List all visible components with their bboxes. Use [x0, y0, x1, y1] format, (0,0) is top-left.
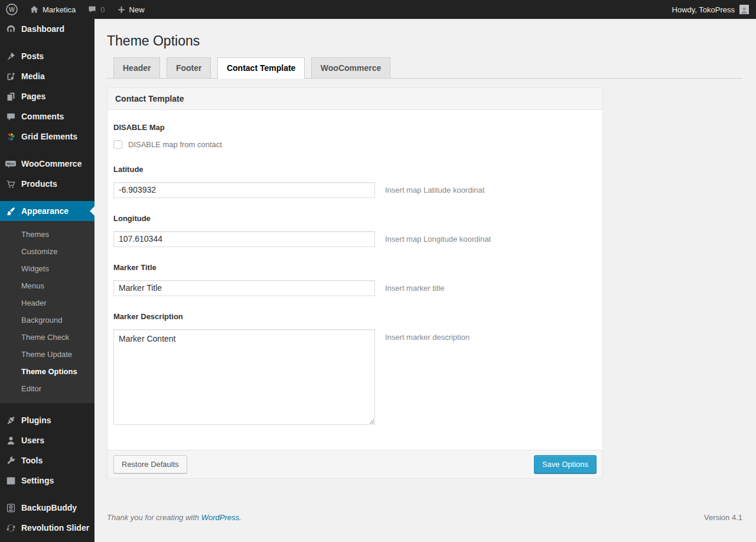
sidebar-item-label: Plugins: [21, 416, 51, 425]
theme-options-tabs: Header Footer Contact Template WooCommer…: [107, 57, 742, 79]
submenu-item-theme-update[interactable]: Theme Update: [0, 346, 94, 363]
backupbuddy-icon: [5, 502, 17, 514]
disable-map-checkbox-label: DISABLE map from contact: [128, 140, 222, 149]
sidebar-item-label: Appearance: [21, 206, 69, 216]
wordpress-logo-icon: W: [6, 4, 18, 15]
disable-map-field: DISABLE Map DISABLE map from contact: [113, 123, 597, 149]
latitude-hint: Insert map Latitude koordinat: [385, 182, 484, 194]
admin-sidebar: Dashboard Posts Media Pages Comments: [0, 19, 94, 542]
longitude-hint: Insert map Longitude koordinat: [385, 231, 491, 244]
refresh-arrows-icon: [5, 522, 17, 534]
marker-title-label: Marker Title: [113, 263, 597, 272]
sidebar-item-label: Users: [21, 436, 44, 445]
tab-footer[interactable]: Footer: [167, 57, 211, 78]
sidebar-item-label: BackupBuddy: [21, 503, 77, 512]
sidebar-item-label: Revolution Slider: [21, 523, 89, 533]
avatar[interactable]: [739, 5, 749, 14]
submenu-item-menus[interactable]: Menus: [0, 277, 94, 294]
sidebar-item-pages[interactable]: Pages: [0, 86, 94, 106]
dashboard-icon: [5, 23, 17, 35]
sidebar-item-label: Comments: [21, 112, 64, 121]
sidebar-item-appearance[interactable]: Appearance: [0, 201, 94, 221]
woocommerce-badge-icon: Woo: [5, 158, 17, 170]
page-title: Theme Options: [107, 19, 742, 57]
submenu-item-theme-check[interactable]: Theme Check: [0, 329, 94, 346]
sidebar-item-label: Products: [21, 179, 57, 189]
sidebar-item-label: Tools: [21, 456, 43, 465]
sidebar-item-backupbuddy[interactable]: BackupBuddy: [0, 498, 94, 518]
sidebar-item-tools[interactable]: Tools: [0, 450, 94, 470]
submenu-item-header[interactable]: Header: [0, 294, 94, 311]
sidebar-item-punch-fonts[interactable]: A Punch Fonts: [0, 538, 94, 542]
comment-bubble-icon: [87, 5, 97, 14]
sidebar-item-label: WooCommerce: [21, 159, 82, 168]
sidebar-item-woocommerce[interactable]: Woo WooCommerce: [0, 154, 94, 174]
sidebar-item-comments[interactable]: Comments: [0, 106, 94, 126]
disable-map-checkbox[interactable]: [113, 140, 122, 149]
thanks-prefix: Thank you for creating with: [107, 513, 201, 522]
marker-description-field: Marker Description Marker Content Insert…: [113, 312, 597, 425]
tab-woocommerce[interactable]: WooCommerce: [311, 57, 390, 78]
sidebar-item-revolution-slider[interactable]: Revolution Slider: [0, 518, 94, 538]
sidebar-item-plugins[interactable]: Plugins: [0, 410, 94, 430]
site-name-menu[interactable]: Marketica: [24, 0, 82, 19]
new-content-menu[interactable]: New: [111, 0, 151, 19]
sidebar-item-label: Settings: [21, 476, 54, 485]
latitude-field: Latitude Insert map Latitude koordinat: [113, 165, 597, 198]
marker-description-textarea[interactable]: Marker Content: [113, 329, 375, 425]
sidebar-item-dashboard[interactable]: Dashboard: [0, 19, 94, 39]
footer-thanks: Thank you for creating with WordPress.: [107, 513, 242, 522]
sidebar-item-settings[interactable]: Settings: [0, 470, 94, 491]
page-footer: Thank you for creating with WordPress. V…: [107, 513, 742, 522]
latitude-input[interactable]: [113, 182, 375, 198]
save-options-button[interactable]: Save Options: [534, 455, 597, 474]
submenu-item-background[interactable]: Background: [0, 311, 94, 329]
sidebar-item-label: Dashboard: [21, 24, 64, 34]
sidebar-item-products[interactable]: Products: [0, 174, 94, 194]
sidebar-item-posts[interactable]: Posts: [0, 46, 94, 66]
cart-icon: [5, 178, 17, 190]
restore-defaults-button[interactable]: Restore Defaults: [113, 455, 187, 474]
panel-title: Contact Template: [107, 88, 602, 110]
howdy-account-link[interactable]: Howdy, TokoPress: [672, 5, 735, 14]
comments-icon: [5, 111, 17, 122]
marker-title-input[interactable]: [113, 280, 375, 296]
tab-contact-template[interactable]: Contact Template: [217, 57, 305, 79]
disable-map-label: DISABLE Map: [113, 123, 597, 132]
wrench-icon: [5, 455, 17, 466]
wordpress-link[interactable]: WordPress: [201, 513, 239, 522]
plug-icon: [5, 414, 17, 426]
comments-bubble-menu[interactable]: 0: [82, 0, 110, 19]
plus-icon: [117, 5, 126, 14]
media-icon: [5, 70, 17, 82]
main-content: Theme Options Header Footer Contact Temp…: [94, 19, 756, 522]
user-icon: [5, 434, 17, 446]
submenu-item-customize[interactable]: Customize: [0, 243, 94, 260]
submenu-item-theme-options[interactable]: Theme Options: [0, 363, 94, 380]
version-text: Version 4.1: [704, 513, 742, 522]
woo-badge-text: Woo: [7, 162, 15, 165]
longitude-field: Longitude Insert map Longitude koordinat: [113, 214, 597, 247]
marker-description-label: Marker Description: [113, 312, 597, 321]
new-label: New: [129, 5, 145, 14]
marker-title-field: Marker Title Insert marker title: [113, 263, 597, 296]
site-name: Marketica: [43, 5, 76, 14]
wordpress-logo-menu[interactable]: W: [0, 0, 24, 19]
submenu-item-widgets[interactable]: Widgets: [0, 260, 94, 277]
active-menu-arrow: [85, 206, 94, 216]
longitude-input[interactable]: [113, 231, 375, 247]
contact-template-panel: Contact Template DISABLE Map DISABLE map…: [107, 87, 603, 479]
sidebar-item-label: Pages: [21, 92, 45, 101]
marker-title-hint: Insert marker title: [385, 280, 444, 293]
marker-description-hint: Insert marker description: [385, 329, 470, 342]
longitude-label: Longitude: [113, 214, 597, 223]
sidebar-item-label: Grid Elements: [21, 132, 77, 141]
sidebar-item-users[interactable]: Users: [0, 430, 94, 450]
submenu-item-themes[interactable]: Themes: [0, 226, 94, 243]
wp-logo-letter: W: [9, 6, 15, 13]
thanks-suffix: .: [239, 513, 242, 522]
sidebar-item-media[interactable]: Media: [0, 66, 94, 86]
tab-header[interactable]: Header: [113, 57, 160, 78]
sidebar-item-grid-elements[interactable]: Grid Elements: [0, 126, 94, 147]
submenu-item-editor[interactable]: Editor: [0, 380, 94, 397]
